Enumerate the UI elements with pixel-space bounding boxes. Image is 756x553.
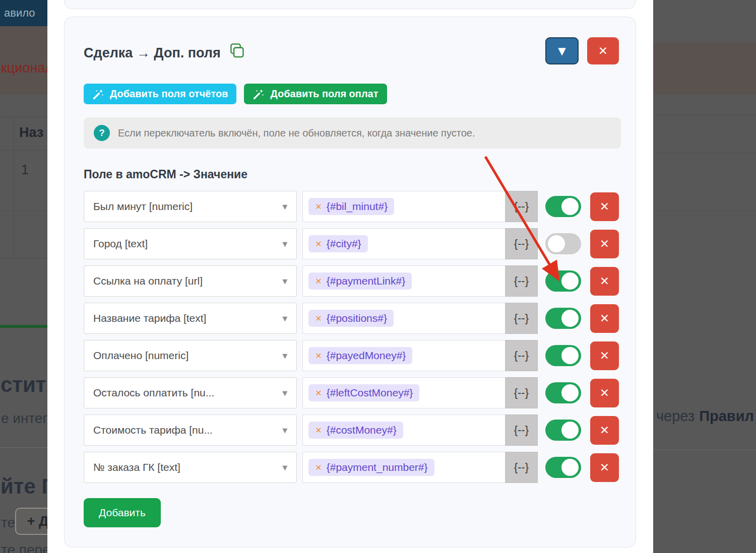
delete-card-button[interactable]: ✕	[587, 37, 619, 64]
background-heading-fragment: йте П	[1, 474, 47, 499]
card-title: Сделка → Доп. поля	[84, 37, 245, 63]
crm-field-select[interactable]: Был минут [numeric] ▼	[84, 191, 297, 222]
insert-placeholder-button[interactable]: {--}	[505, 414, 538, 446]
crm-field-select[interactable]: Оплачено [numeric] ▼	[84, 340, 297, 371]
tag-label: {#payedMoney#}	[327, 350, 406, 362]
close-icon: ✕	[600, 200, 609, 213]
value-tag: ✕ {#paymentLink#}	[308, 272, 412, 290]
close-icon: ✕	[600, 386, 609, 399]
info-banner: ? Если переключатель включён, поле не об…	[84, 117, 621, 149]
value-input-group: ✕ {#costMoney#} {--}	[302, 414, 538, 446]
add-row-button[interactable]: Добавить	[84, 498, 161, 527]
chevron-down-icon: ▼	[282, 427, 287, 434]
value-input-group: ✕ {#leftCostMoney#} {--}	[302, 377, 538, 408]
insert-placeholder-button[interactable]: {--}	[505, 340, 538, 371]
dimmed-background-right: черезПравил	[653, 0, 756, 553]
value-tag-input[interactable]: ✕ {#paymentLink#}	[302, 265, 505, 297]
skip-empty-toggle[interactable]	[545, 457, 581, 478]
remove-tag-icon[interactable]: ✕	[315, 239, 322, 249]
crm-field-value: Осталось оплатить [nu...	[93, 387, 214, 399]
value-tag-input[interactable]: ✕ {#payment_number#}	[302, 452, 505, 483]
background-green-divider	[0, 325, 47, 328]
delete-row-button[interactable]: ✕	[590, 379, 619, 407]
add-report-fields-button[interactable]: Добавить поля отчётов	[84, 84, 236, 104]
background-table-header: Наз	[19, 125, 43, 141]
add-payment-fields-button[interactable]: Добавить поля оплат	[244, 84, 387, 104]
value-tag-input[interactable]: ✕ {#payedMoney#}	[302, 340, 505, 371]
remove-tag-icon[interactable]: ✕	[315, 426, 322, 435]
background-heading-fragment: стить	[1, 373, 47, 397]
value-tag: ✕ {#leftCostMoney#}	[308, 384, 419, 401]
value-input-group: ✕ {#payment_number#} {--}	[302, 452, 538, 483]
delete-row-button[interactable]: ✕	[590, 416, 619, 445]
insert-placeholder-button[interactable]: {--}	[505, 377, 538, 408]
skip-empty-toggle[interactable]	[545, 270, 581, 292]
background-text-fragment: черезПравил	[656, 408, 754, 425]
mapping-row: Осталось оплатить [nu... ▼ ✕ {#leftCostM…	[84, 377, 619, 408]
insert-placeholder-button[interactable]: {--}	[505, 303, 538, 334]
toggle-knob	[548, 235, 565, 252]
crm-field-select[interactable]: Город [text] ▼	[84, 228, 297, 259]
insert-placeholder-button[interactable]: {--}	[505, 265, 538, 297]
delete-row-button[interactable]: ✕	[590, 304, 619, 333]
value-tag-input[interactable]: ✕ {#bil_minut#}	[302, 191, 505, 222]
close-icon: ✕	[600, 274, 609, 288]
value-tag-input[interactable]: ✕ {#leftCostMoney#}	[302, 377, 505, 408]
crm-field-select[interactable]: Осталось оплатить [nu... ▼	[84, 377, 297, 408]
background-divider	[653, 450, 756, 450]
value-tag: ✕ {#costMoney#}	[308, 422, 403, 439]
table-border	[14, 117, 14, 258]
remove-tag-icon[interactable]: ✕	[315, 314, 322, 323]
remove-tag-icon[interactable]: ✕	[315, 351, 322, 361]
collapse-card-button[interactable]: ▼	[545, 37, 579, 64]
value-tag: ✕ {#positions#}	[308, 310, 394, 327]
table-border	[653, 153, 756, 153]
toggle-knob	[561, 459, 579, 476]
remove-tag-icon[interactable]: ✕	[315, 463, 322, 472]
skip-empty-toggle[interactable]	[545, 420, 581, 441]
mapping-row: Был минут [numeric] ▼ ✕ {#bil_minut#} {-…	[84, 191, 619, 222]
chevron-down-icon: ▼	[282, 203, 287, 211]
background-band	[653, 43, 756, 95]
insert-placeholder-button[interactable]: {--}	[505, 191, 538, 222]
value-tag: ✕ {#bil_minut#}	[308, 198, 394, 215]
delete-row-button[interactable]: ✕	[590, 230, 619, 258]
remove-tag-icon[interactable]: ✕	[315, 276, 322, 286]
skip-empty-toggle[interactable]	[545, 382, 581, 403]
value-tag-input[interactable]: ✕ {#city#}	[302, 228, 505, 259]
toggle-knob	[561, 310, 579, 327]
insert-placeholder-button[interactable]: {--}	[505, 228, 538, 259]
insert-placeholder-button[interactable]: {--}	[505, 452, 538, 483]
crm-field-select[interactable]: № заказа ГК [text] ▼	[84, 452, 297, 483]
value-tag-input[interactable]: ✕ {#positions#}	[302, 303, 505, 334]
background-text-fragment: те	[1, 515, 15, 531]
close-icon: ✕	[600, 461, 609, 474]
delete-row-button[interactable]: ✕	[590, 267, 619, 296]
chevron-down-icon: ▼	[282, 315, 287, 322]
mapping-row: № заказа ГК [text] ▼ ✕ {#payment_number#…	[84, 452, 619, 483]
value-input-group: ✕ {#positions#} {--}	[302, 303, 538, 334]
crm-field-select[interactable]: Ссылка на оплату [url] ▼	[84, 265, 297, 297]
remove-tag-icon[interactable]: ✕	[315, 388, 322, 398]
skip-empty-toggle[interactable]	[545, 345, 581, 366]
delete-row-button[interactable]: ✕	[590, 192, 619, 221]
chevron-down-icon: ▼	[282, 389, 287, 397]
remove-tag-icon[interactable]: ✕	[315, 202, 322, 212]
value-tag: ✕ {#payedMoney#}	[308, 347, 412, 364]
skip-empty-toggle[interactable]	[545, 308, 581, 329]
value-input-group: ✕ {#city#} {--}	[302, 228, 538, 259]
triangle-down-icon: ▼	[558, 45, 565, 57]
magic-wand-icon	[92, 88, 104, 100]
crm-field-value: Стоимость тарифа [nu...	[93, 424, 213, 436]
crm-field-select[interactable]: Название тарифа [text] ▼	[84, 303, 297, 334]
toggle-knob	[561, 384, 579, 401]
crm-field-select[interactable]: Стоимость тарифа [nu... ▼	[84, 414, 297, 446]
value-tag-input[interactable]: ✕ {#costMoney#}	[302, 414, 505, 446]
delete-row-button[interactable]: ✕	[590, 453, 619, 482]
table-border	[0, 258, 47, 258]
skip-empty-toggle[interactable]	[545, 196, 581, 217]
delete-row-button[interactable]: ✕	[590, 341, 619, 370]
skip-empty-toggle[interactable]	[545, 233, 581, 254]
copy-icon[interactable]	[228, 47, 245, 62]
table-border	[0, 211, 47, 211]
